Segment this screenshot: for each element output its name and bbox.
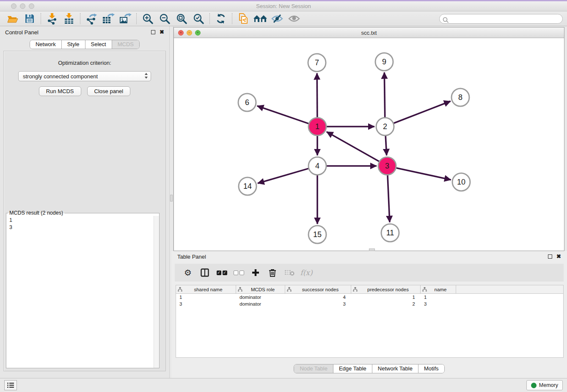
column-header-name[interactable]: name xyxy=(421,285,456,293)
float-panel-icon[interactable] xyxy=(151,30,155,34)
show-all-button[interactable] xyxy=(286,12,303,25)
cell-predecessor-nodes[interactable]: 2 xyxy=(351,301,421,306)
refresh-button[interactable] xyxy=(212,12,229,25)
result-scrollbar[interactable] xyxy=(154,216,159,368)
table-row[interactable]: 3dominator323 xyxy=(176,301,563,307)
cell-predecessor-nodes[interactable]: 1 xyxy=(351,295,421,300)
zoom-selected-button[interactable] xyxy=(190,12,207,25)
open-session-button[interactable] xyxy=(4,12,21,25)
edge-3-1[interactable] xyxy=(327,132,379,161)
mcds-result-list: 13 xyxy=(6,216,154,368)
tab-mcds[interactable]: MCDS xyxy=(112,40,139,49)
deselect-all-button[interactable] xyxy=(232,267,245,279)
deselect-all-icon xyxy=(234,271,244,275)
splitter-handle[interactable] xyxy=(170,195,173,202)
edge-4-14[interactable] xyxy=(258,168,308,183)
app-title: Session: New Session xyxy=(0,3,567,9)
task-history-button[interactable] xyxy=(4,380,17,390)
column-header-successor-nodes[interactable]: successor nodes xyxy=(285,285,351,293)
edge-2-8[interactable] xyxy=(394,101,451,123)
memory-button[interactable]: Memory xyxy=(526,380,563,390)
network-view-window: × − + scc.txt 7968124314101511 xyxy=(173,27,564,251)
delete-column-button[interactable] xyxy=(266,267,279,279)
delete-table-button[interactable] xyxy=(283,267,296,279)
toolbar-separator xyxy=(41,13,41,24)
dropdown-stepper-icon xyxy=(144,72,148,79)
hide-selected-button[interactable] xyxy=(269,12,286,25)
column-header-predecessor-nodes[interactable]: predecessor nodes xyxy=(351,285,421,293)
criterion-value: strongly connected component xyxy=(23,73,98,80)
column-layout-icon xyxy=(201,268,209,277)
app-titlebar: Session: New Session xyxy=(0,1,567,11)
network-window-titlebar[interactable]: × − + scc.txt xyxy=(174,28,564,38)
table-row[interactable]: 1dominator411 xyxy=(176,294,563,301)
zoom-fit-button[interactable] xyxy=(173,12,190,25)
close-window-button[interactable] xyxy=(11,3,17,9)
export-image-button[interactable] xyxy=(117,12,134,25)
maximize-window-button[interactable] xyxy=(29,3,34,9)
mcds-result-title: MCDS result (2 nodes) xyxy=(8,210,64,216)
cell-name[interactable]: 3 xyxy=(421,301,456,306)
network-canvas[interactable]: 7968124314101511 xyxy=(174,39,564,251)
cell-name[interactable]: 1 xyxy=(421,295,456,300)
node-table[interactable]: shared nameMCDS rolesuccessor nodesprede… xyxy=(176,285,564,358)
first-neighbors-button[interactable] xyxy=(252,12,269,25)
function-builder-button[interactable]: f(x) xyxy=(300,267,313,279)
zoom-out-button[interactable] xyxy=(156,12,173,25)
edge-1-7[interactable] xyxy=(317,73,317,117)
copy-network-icon xyxy=(238,13,249,25)
settings-gear-button[interactable]: ⚙ xyxy=(182,267,194,279)
table-panel-header: Table Panel ✖ xyxy=(171,251,567,262)
tab-motifs[interactable]: Motifs xyxy=(418,364,444,373)
window-controls xyxy=(11,3,34,9)
cell-MCDS-role[interactable]: dominator xyxy=(236,301,285,306)
table-tabs: Node TableEdge TableNetwork TableMotifs xyxy=(171,364,567,373)
tab-select[interactable]: Select xyxy=(85,40,112,49)
tab-style[interactable]: Style xyxy=(61,40,85,49)
column-header-shared-name[interactable]: shared name xyxy=(176,285,236,293)
node-label-15: 15 xyxy=(313,230,322,239)
toolbar-separator xyxy=(209,13,210,24)
column-header-MCDS-role[interactable]: MCDS role xyxy=(236,285,285,293)
edge-1-6[interactable] xyxy=(257,106,309,124)
node-label-1: 1 xyxy=(315,122,319,131)
run-mcds-button[interactable]: Run MCDS xyxy=(39,86,81,96)
cell-shared-name[interactable]: 1 xyxy=(176,295,236,300)
cell-successor-nodes[interactable]: 3 xyxy=(285,301,351,306)
close-panel-button[interactable]: Close panel xyxy=(87,86,131,96)
table-toolbar: ⚙ ✓✓ xyxy=(175,264,564,282)
cell-MCDS-role[interactable]: dominator xyxy=(236,295,285,300)
control-panel-title: Control Panel xyxy=(5,29,39,36)
close-panel-icon[interactable]: ✖ xyxy=(160,30,164,34)
float-panel-icon[interactable] xyxy=(548,254,552,259)
cell-successor-nodes[interactable]: 4 xyxy=(285,295,351,300)
select-all-button[interactable]: ✓✓ xyxy=(215,267,228,279)
cell-shared-name[interactable]: 3 xyxy=(176,301,236,306)
import-network-button[interactable] xyxy=(44,12,61,25)
node-label-8: 8 xyxy=(458,93,462,102)
export-network-button[interactable] xyxy=(83,12,100,25)
network-graph[interactable]: 7968124314101511 xyxy=(174,39,564,251)
tab-node-table[interactable]: Node Table xyxy=(294,364,333,373)
import-table-button[interactable] xyxy=(61,12,77,25)
minimize-window-button[interactable] xyxy=(20,3,25,9)
node-label-9: 9 xyxy=(382,58,386,66)
edge-2-9[interactable] xyxy=(384,72,385,117)
copy-network-button[interactable] xyxy=(235,12,252,25)
export-table-button[interactable] xyxy=(100,12,117,25)
search-input[interactable] xyxy=(439,14,563,24)
tab-edge-table[interactable]: Edge Table xyxy=(333,364,372,373)
column-layout-button[interactable] xyxy=(198,267,211,279)
table-panel: Table Panel ✖ ⚙ ✓✓ xyxy=(171,251,567,378)
close-panel-icon[interactable]: ✖ xyxy=(556,254,561,259)
edge-2-3[interactable] xyxy=(385,136,386,155)
criterion-dropdown[interactable]: strongly connected component xyxy=(18,71,151,81)
edge-3-10[interactable] xyxy=(396,168,451,180)
edge-3-11[interactable] xyxy=(388,175,390,222)
save-session-button[interactable] xyxy=(21,12,38,25)
tab-network[interactable]: Network xyxy=(30,40,61,49)
eye-slash-icon xyxy=(271,14,283,23)
zoom-in-button[interactable] xyxy=(139,12,156,25)
add-column-button[interactable] xyxy=(249,267,262,279)
tab-network-table[interactable]: Network Table xyxy=(372,364,418,373)
